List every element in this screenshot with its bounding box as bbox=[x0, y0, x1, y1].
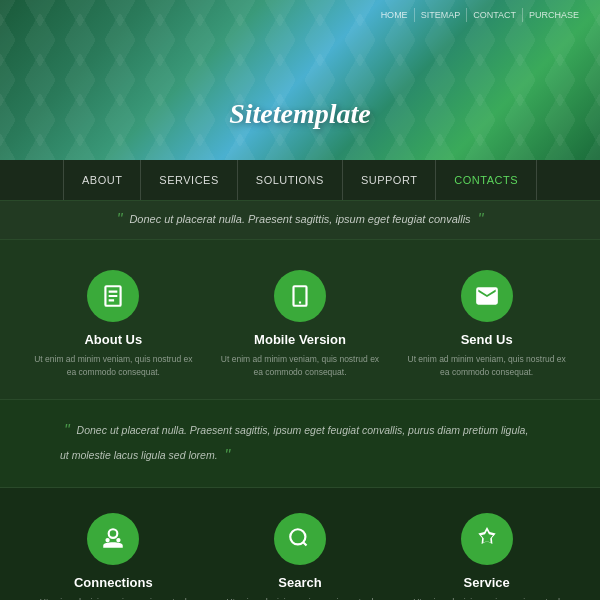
about-desc: Ut enim ad minim veniam, quis nostrud ex… bbox=[33, 353, 193, 379]
service-desc: Ut enim ad minim veniam, quis nostrud ex… bbox=[407, 596, 567, 600]
connections-desc: Ut enim ad minim veniam, quis nostrud ex… bbox=[33, 596, 193, 600]
nav-about[interactable]: ABOUT bbox=[63, 160, 141, 200]
feature-search: Search Ut enim ad minim veniam, quis nos… bbox=[220, 513, 380, 600]
nav-services[interactable]: SERVICES bbox=[141, 160, 237, 200]
connections-title: Connections bbox=[33, 575, 193, 590]
bottom-features-section: Connections Ut enim ad minim veniam, qui… bbox=[0, 488, 600, 600]
close-quote2-icon: " bbox=[225, 447, 231, 464]
search-icon bbox=[274, 513, 326, 565]
mobile-desc: Ut enim ad minim veniam, quis nostrud ex… bbox=[220, 353, 380, 379]
top-nav-home[interactable]: HOME bbox=[375, 8, 415, 22]
top-nav-sitemap[interactable]: SITEMAP bbox=[415, 8, 468, 22]
mobile-title: Mobile Version bbox=[220, 332, 380, 347]
send-desc: Ut enim ad minim veniam, quis nostrud ex… bbox=[407, 353, 567, 379]
feature-mobile: Mobile Version Ut enim ad minim veniam, … bbox=[220, 270, 380, 379]
feature-send: Send Us Ut enim ad minim veniam, quis no… bbox=[407, 270, 567, 379]
site-title: Sitetemplate bbox=[229, 98, 371, 130]
service-title: Service bbox=[407, 575, 567, 590]
open-quote2-icon: " bbox=[64, 422, 70, 439]
feature-connections: Connections Ut enim ad minim veniam, qui… bbox=[33, 513, 193, 600]
about-icon bbox=[87, 270, 139, 322]
send-title: Send Us bbox=[407, 332, 567, 347]
top-nav-purchase[interactable]: PURCHASE bbox=[523, 8, 585, 22]
quote2-banner: " Donec ut placerat nulla. Praesent sagi… bbox=[0, 399, 600, 488]
nav-solutions[interactable]: SOLUTIONS bbox=[238, 160, 343, 200]
features-section: About Us Ut enim ad minim veniam, quis n… bbox=[0, 240, 600, 399]
connections-icon bbox=[87, 513, 139, 565]
quote-banner: " Donec ut placerat nulla. Praesent sagi… bbox=[0, 200, 600, 240]
top-nav-contact[interactable]: CONTACT bbox=[467, 8, 523, 22]
feature-about: About Us Ut enim ad minim veniam, quis n… bbox=[33, 270, 193, 379]
search-desc: Ut enim ad minim veniam, quis nostrud ex… bbox=[220, 596, 380, 600]
service-icon bbox=[461, 513, 513, 565]
send-icon bbox=[461, 270, 513, 322]
quote-text: Donec ut placerat nulla. Praesent sagitt… bbox=[129, 213, 470, 225]
top-nav[interactable]: HOME SITEMAP CONTACT PURCHASE bbox=[375, 8, 585, 22]
mobile-icon bbox=[274, 270, 326, 322]
feature-service: Service Ut enim ad minim veniam, quis no… bbox=[407, 513, 567, 600]
nav-support[interactable]: SUPPORT bbox=[343, 160, 436, 200]
close-quote-icon: " bbox=[478, 211, 484, 228]
header: HOME SITEMAP CONTACT PURCHASE Sitetempla… bbox=[0, 0, 600, 160]
header-pattern bbox=[0, 0, 600, 160]
main-nav[interactable]: ABOUT SERVICES SOLUTIONS SUPPORT CONTACT… bbox=[0, 160, 600, 200]
quote2-text: Donec ut placerat nulla. Praesent sagitt… bbox=[60, 423, 528, 461]
search-title: Search bbox=[220, 575, 380, 590]
about-title: About Us bbox=[33, 332, 193, 347]
open-quote-icon: " bbox=[117, 211, 123, 228]
nav-contacts[interactable]: CONTACTS bbox=[436, 160, 537, 200]
